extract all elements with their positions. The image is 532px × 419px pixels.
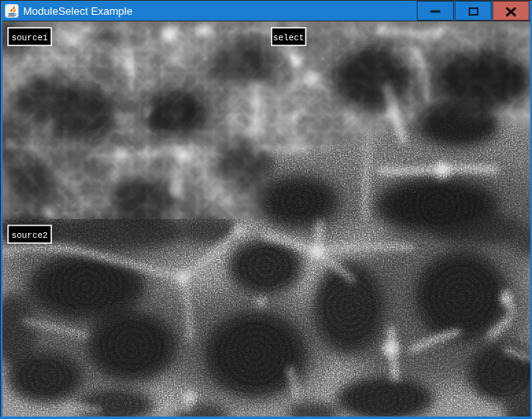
svg-text:select: select	[273, 33, 305, 43]
svg-text:source2: source2	[12, 230, 48, 240]
svg-text:source1: source1	[12, 33, 48, 43]
